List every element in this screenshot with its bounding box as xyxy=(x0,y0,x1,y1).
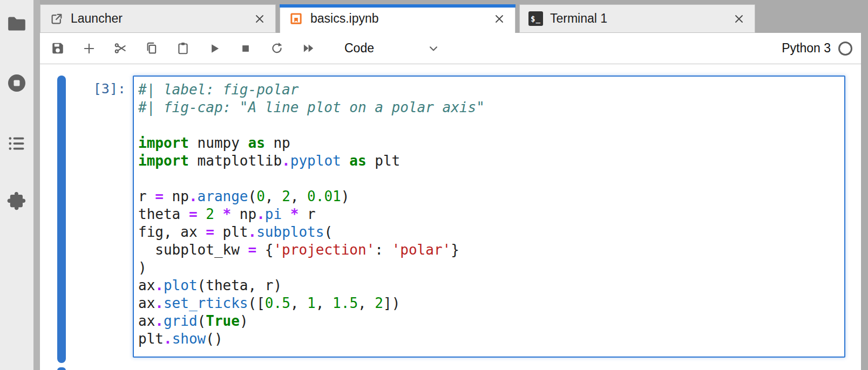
chevron-down-icon xyxy=(426,42,440,56)
copy-icon xyxy=(145,41,159,56)
code-line: fig, ax = plt.subplots( xyxy=(138,223,842,241)
code-token: () xyxy=(206,331,222,347)
tab-basics-ipynb[interactable]: basics.ipynb xyxy=(280,4,516,33)
terminal-icon: $_ xyxy=(528,11,543,26)
code-token: plot xyxy=(164,277,198,293)
running-sessions-button[interactable] xyxy=(6,72,28,94)
restart-kernel-button[interactable] xyxy=(270,42,284,56)
folder-icon xyxy=(6,13,28,35)
cell-collapser[interactable] xyxy=(57,76,66,363)
paste-button[interactable] xyxy=(176,42,190,56)
close-icon[interactable] xyxy=(732,12,746,26)
extension-manager-button[interactable] xyxy=(6,189,28,210)
code-line: ) xyxy=(138,259,842,277)
code-token: 0 xyxy=(256,188,265,204)
tab-label: Terminal 1 xyxy=(550,11,607,26)
jupyterlab-window: Launcher basics.ipynb $_ Terminal 1 xyxy=(0,0,868,370)
code-token: , xyxy=(290,295,307,311)
code-token: . xyxy=(155,277,164,293)
code-token: 2 xyxy=(206,206,214,222)
code-token: * xyxy=(290,206,299,222)
code-token: 1.5 xyxy=(333,295,358,311)
code-token: 'polar' xyxy=(392,242,451,258)
next-cell-collapser[interactable] xyxy=(57,367,66,370)
launcher-icon xyxy=(49,11,64,26)
code-token: ax xyxy=(138,277,155,293)
code-token: arange xyxy=(198,188,248,204)
save-button[interactable] xyxy=(51,42,65,56)
code-token xyxy=(198,206,206,222)
code-line: subplot_kw = {'projection': 'polar'} xyxy=(138,241,842,259)
code-token: . xyxy=(164,331,172,347)
code-token: ) xyxy=(341,188,350,204)
code-line: import numpy as np xyxy=(138,134,842,152)
code-line xyxy=(138,117,842,134)
window-right-edge xyxy=(861,0,868,370)
code-token: plt xyxy=(138,331,164,347)
code-token: = xyxy=(189,206,198,222)
code-token: subplots xyxy=(256,224,324,240)
cell-type-value: Code xyxy=(344,41,374,56)
code-token: } xyxy=(451,242,459,258)
execution-count: [3]: xyxy=(66,64,133,97)
insert-cell-button[interactable] xyxy=(82,42,96,56)
code-token: * xyxy=(223,206,232,222)
code-token: True xyxy=(206,313,240,329)
code-token: 1 xyxy=(307,295,316,311)
notebook-icon xyxy=(289,11,303,26)
code-token: r xyxy=(138,188,155,204)
tab-launcher[interactable]: Launcher xyxy=(40,4,276,33)
code-line: #| label: fig-polar xyxy=(138,81,842,99)
interrupt-kernel-button[interactable] xyxy=(239,42,253,56)
kernel-name: Python 3 xyxy=(782,41,831,56)
copy-button[interactable] xyxy=(145,42,159,56)
code-token: . xyxy=(189,188,198,204)
code-editor[interactable]: #| label: fig-polar#| fig-cap: "A line p… xyxy=(138,81,842,348)
save-icon xyxy=(51,41,65,56)
code-token: , xyxy=(316,295,333,311)
tab-label: basics.ipynb xyxy=(310,11,379,26)
code-token: import xyxy=(138,153,189,169)
running-sessions-icon xyxy=(6,72,28,94)
code-token: r xyxy=(299,206,315,222)
code-token: numpy xyxy=(189,135,248,151)
code-token: plt xyxy=(214,224,248,240)
sidebar-splitter[interactable] xyxy=(33,0,40,370)
file-browser-button[interactable] xyxy=(6,13,28,35)
code-token: pi xyxy=(265,206,282,222)
plus-icon xyxy=(82,42,96,56)
code-token: ( xyxy=(324,224,333,240)
code-line: #| fig-cap: "A line plot on a polar axis… xyxy=(138,99,842,117)
table-of-contents-button[interactable] xyxy=(6,133,28,154)
cell-type-select[interactable]: Code xyxy=(344,41,440,56)
code-token: ax xyxy=(138,313,155,329)
code-token xyxy=(214,206,223,222)
code-token: fig, ax xyxy=(138,224,206,240)
close-icon[interactable] xyxy=(253,12,267,26)
scissors-icon xyxy=(113,41,127,56)
tab-label: Launcher xyxy=(71,11,123,26)
tab-terminal-1[interactable]: $_ Terminal 1 xyxy=(519,4,755,33)
code-token: , xyxy=(290,188,307,204)
run-icon xyxy=(207,42,221,56)
code-token: set_rticks xyxy=(164,295,248,311)
code-token: ( xyxy=(248,188,257,204)
restart-run-all-button[interactable] xyxy=(301,42,315,56)
code-token: show xyxy=(172,331,206,347)
cut-button[interactable] xyxy=(113,42,127,56)
kernel-switcher[interactable]: Python 3 xyxy=(782,41,856,56)
code-token: plt xyxy=(367,153,401,169)
code-token: ]) xyxy=(383,295,400,311)
code-token: import xyxy=(138,135,189,151)
code-line: theta = 2 * np.pi * r xyxy=(138,205,842,223)
puzzle-icon xyxy=(6,188,28,211)
run-button[interactable] xyxy=(207,42,221,56)
code-token: ax xyxy=(138,295,155,311)
code-token: ( xyxy=(198,313,206,329)
kernel-status-icon xyxy=(838,42,852,56)
code-token: theta xyxy=(138,206,189,222)
close-icon[interactable] xyxy=(492,12,506,26)
code-line: ax.grid(True) xyxy=(138,312,842,330)
code-token: ([ xyxy=(248,295,265,311)
code-token: = xyxy=(248,242,257,258)
